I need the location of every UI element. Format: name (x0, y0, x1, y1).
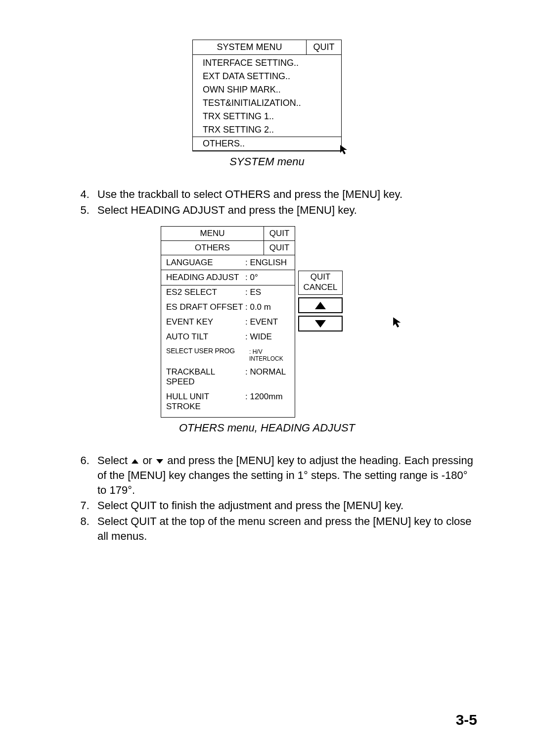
others-row-value: : EVENT (245, 317, 295, 327)
others-menu-row[interactable]: ES2 SELECT: ES (161, 285, 295, 300)
others-row-value: : 0.0 m (245, 302, 295, 312)
svg-marker-1 (393, 318, 400, 328)
instruction-item: Select HEADING ADJUST and press the [MEN… (92, 203, 477, 218)
others-menu-row[interactable]: HULL UNIT STROKE: 1200mm (161, 389, 295, 414)
others-row-label: TRACKBALL SPEED (166, 367, 245, 387)
others-row-value: : ES (245, 287, 295, 297)
triangle-up-icon (132, 459, 138, 464)
svg-marker-0 (340, 145, 347, 154)
instruction-item: Use the trackball to select OTHERS and p… (92, 187, 477, 202)
system-menu-item[interactable]: TRX SETTING 1.. (201, 110, 341, 123)
system-menu-box: SYSTEM MENU QUIT INTERFACE SETTING.. EXT… (192, 40, 342, 151)
triangle-down-icon (156, 459, 163, 464)
system-menu-item[interactable]: TEST&INITIALIZATION.. (201, 96, 341, 110)
system-menu-item-selected[interactable]: OTHERS.. (193, 137, 341, 151)
others-menu-caption: OTHERS menu, HEADING ADJUST (57, 422, 477, 434)
others-row-value: : ENGLISH (245, 258, 295, 268)
popup-quit[interactable]: QUIT (299, 272, 342, 282)
popup-cancel[interactable]: CANCEL (299, 283, 342, 292)
system-menu-item[interactable]: TRX SETTING 2.. (201, 123, 341, 137)
others-menu-row[interactable]: EVENT KEY: EVENT (161, 315, 295, 330)
others-row-label: ES DRAFT OFFSET (166, 302, 245, 312)
others-menu-header-top: MENU QUIT (161, 227, 295, 241)
others-row-label: EVENT KEY (166, 317, 245, 327)
others-row-label: HEADING ADJUST (166, 273, 245, 283)
others-menu-box: MENU QUIT OTHERS QUIT LANGUAGE: ENGLISHH… (161, 226, 373, 418)
others-row-value: : H/V INTERLOCK (249, 347, 295, 362)
others-row-label: HULL UNIT STROKE (166, 392, 245, 412)
others-row-label: LANGUAGE (166, 258, 245, 268)
cursor-icon (392, 316, 404, 328)
cursor-icon (339, 144, 350, 155)
others-row-value: : NORMAL (245, 367, 295, 387)
others-menu-main: MENU QUIT OTHERS QUIT LANGUAGE: ENGLISHH… (161, 226, 295, 418)
others-menu-row[interactable]: SELECT USER PROG: H/V INTERLOCK (161, 344, 295, 365)
others-menu-row-selected[interactable]: HEADING ADJUST: 0° (161, 270, 295, 285)
others-menu-title-top: MENU (161, 227, 264, 240)
page-number: 3-5 (456, 711, 477, 728)
system-menu-quit[interactable]: QUIT (307, 40, 341, 54)
others-row-value: : 1200mm (245, 392, 295, 412)
system-menu-item[interactable]: INTERFACE SETTING.. (201, 56, 341, 70)
others-menu-row[interactable]: AUTO TILT: WIDE (161, 330, 295, 344)
instruction-item: Select QUIT to finish the adjustment and… (92, 498, 477, 513)
others-menu-quit-sub[interactable]: QUIT (264, 241, 295, 255)
system-menu-caption: SYSTEM menu (57, 155, 477, 168)
system-menu-header: SYSTEM MENU QUIT (193, 40, 341, 55)
system-menu-title: SYSTEM MENU (193, 40, 307, 54)
instruction-item: Select QUIT at the top of the menu scree… (92, 514, 477, 543)
arrow-up-button[interactable] (298, 297, 343, 313)
popup-quit-cancel[interactable]: QUIT CANCEL (298, 271, 343, 295)
others-menu-rows: LANGUAGE: ENGLISHHEADING ADJUST: 0°ES2 S… (161, 255, 295, 417)
others-row-label: ES2 SELECT (166, 287, 245, 297)
others-row-label: SELECT USER PROG (166, 347, 249, 362)
system-menu-item[interactable]: EXT DATA SETTING.. (201, 70, 341, 83)
others-row-label: AUTO TILT (166, 332, 245, 342)
others-row-value: : 0° (245, 273, 295, 283)
triangle-up-icon (315, 302, 326, 309)
others-menu-title-sub: OTHERS (161, 241, 264, 255)
others-menu-quit-top[interactable]: QUIT (264, 227, 295, 240)
instruction-item: Select or and press the [MENU] key to ad… (92, 453, 477, 497)
others-menu-row[interactable]: ES DRAFT OFFSET: 0.0 m (161, 300, 295, 315)
arrow-down-button[interactable] (298, 316, 343, 331)
others-menu-row[interactable]: TRACKBALL SPEED: NORMAL (161, 365, 295, 389)
system-menu-item[interactable]: OWN SHIP MARK.. (201, 83, 341, 96)
others-menu-row[interactable]: LANGUAGE: ENGLISH (161, 255, 295, 270)
instruction-list-b: Select or and press the [MENU] key to ad… (57, 453, 477, 543)
instruction-list-a: Use the trackball to select OTHERS and p… (57, 187, 477, 217)
system-menu-body: INTERFACE SETTING.. EXT DATA SETTING.. O… (193, 55, 341, 151)
heading-adjust-popup: QUIT CANCEL (298, 271, 343, 334)
document-page: SYSTEM MENU QUIT INTERFACE SETTING.. EXT… (0, 0, 534, 756)
others-row-value: : WIDE (245, 332, 295, 342)
triangle-down-icon (315, 320, 326, 328)
others-menu-header-sub: OTHERS QUIT (161, 241, 295, 255)
